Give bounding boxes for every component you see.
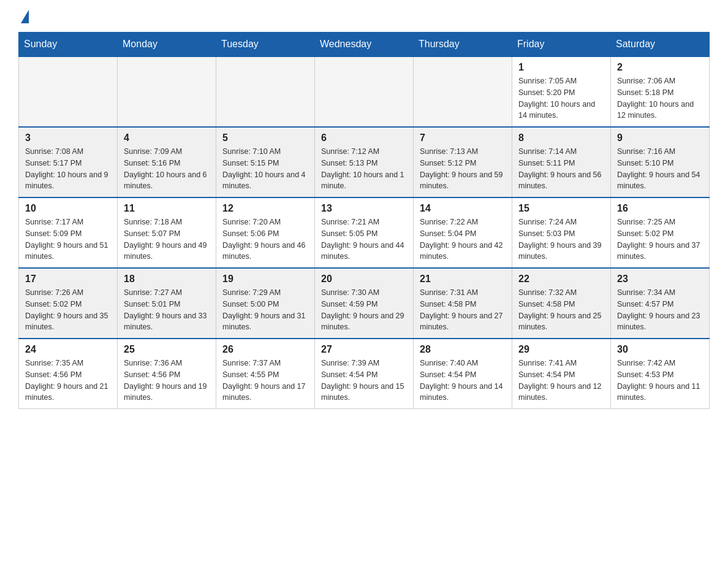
day-info: Sunrise: 7:37 AMSunset: 4:55 PMDaylight:… [222, 358, 308, 404]
day-cell: 16Sunrise: 7:25 AMSunset: 5:02 PMDayligh… [611, 197, 710, 268]
page-header [18, 12, 710, 26]
day-info: Sunrise: 7:16 AMSunset: 5:10 PMDaylight:… [617, 146, 703, 192]
day-info: Sunrise: 7:35 AMSunset: 4:56 PMDaylight:… [25, 358, 111, 404]
day-number: 4 [124, 132, 210, 144]
day-info: Sunrise: 7:12 AMSunset: 5:13 PMDaylight:… [321, 146, 407, 192]
day-number: 8 [518, 132, 604, 144]
day-info: Sunrise: 7:24 AMSunset: 5:03 PMDaylight:… [518, 216, 604, 262]
week-row-1: 1Sunrise: 7:05 AMSunset: 5:20 PMDaylight… [19, 56, 710, 127]
column-header-sunday: Sunday [19, 33, 118, 57]
day-number: 25 [124, 344, 210, 355]
day-info: Sunrise: 7:05 AMSunset: 5:20 PMDaylight:… [518, 75, 604, 121]
day-info: Sunrise: 7:18 AMSunset: 5:07 PMDaylight:… [124, 216, 210, 262]
day-number: 18 [124, 274, 210, 285]
day-number: 15 [518, 203, 604, 214]
day-info: Sunrise: 7:40 AMSunset: 4:54 PMDaylight:… [420, 358, 506, 404]
day-number: 28 [420, 344, 506, 355]
day-number: 30 [617, 344, 703, 355]
week-row-3: 10Sunrise: 7:17 AMSunset: 5:09 PMDayligh… [19, 197, 710, 268]
day-cell: 15Sunrise: 7:24 AMSunset: 5:03 PMDayligh… [512, 197, 611, 268]
day-cell: 13Sunrise: 7:21 AMSunset: 5:05 PMDayligh… [315, 197, 414, 268]
day-number: 11 [124, 203, 210, 214]
day-info: Sunrise: 7:09 AMSunset: 5:16 PMDaylight:… [124, 146, 210, 192]
day-number: 6 [321, 132, 407, 144]
day-cell [315, 56, 414, 127]
day-number: 16 [617, 203, 703, 214]
column-header-friday: Friday [512, 33, 611, 57]
day-number: 3 [25, 132, 111, 144]
day-cell: 25Sunrise: 7:36 AMSunset: 4:56 PMDayligh… [118, 339, 216, 409]
day-cell: 24Sunrise: 7:35 AMSunset: 4:56 PMDayligh… [19, 339, 118, 409]
day-cell: 4Sunrise: 7:09 AMSunset: 5:16 PMDaylight… [118, 127, 216, 197]
day-info: Sunrise: 7:42 AMSunset: 4:53 PMDaylight:… [617, 358, 703, 404]
day-info: Sunrise: 7:32 AMSunset: 4:58 PMDaylight:… [518, 287, 604, 333]
day-cell: 20Sunrise: 7:30 AMSunset: 4:59 PMDayligh… [315, 268, 414, 339]
day-info: Sunrise: 7:39 AMSunset: 4:54 PMDaylight:… [321, 358, 407, 404]
day-cell: 3Sunrise: 7:08 AMSunset: 5:17 PMDaylight… [19, 127, 118, 197]
day-info: Sunrise: 7:25 AMSunset: 5:02 PMDaylight:… [617, 216, 703, 262]
day-info: Sunrise: 7:30 AMSunset: 4:59 PMDaylight:… [321, 287, 407, 333]
calendar-table: SundayMondayTuesdayWednesdayThursdayFrid… [18, 32, 710, 409]
day-info: Sunrise: 7:13 AMSunset: 5:12 PMDaylight:… [420, 146, 506, 192]
day-info: Sunrise: 7:17 AMSunset: 5:09 PMDaylight:… [25, 216, 111, 262]
day-cell: 5Sunrise: 7:10 AMSunset: 5:15 PMDaylight… [216, 127, 315, 197]
day-cell: 1Sunrise: 7:05 AMSunset: 5:20 PMDaylight… [512, 56, 611, 127]
column-header-wednesday: Wednesday [315, 33, 414, 57]
day-number: 1 [518, 62, 604, 73]
week-row-5: 24Sunrise: 7:35 AMSunset: 4:56 PMDayligh… [19, 339, 710, 409]
day-cell: 11Sunrise: 7:18 AMSunset: 5:07 PMDayligh… [118, 197, 216, 268]
week-row-4: 17Sunrise: 7:26 AMSunset: 5:02 PMDayligh… [19, 268, 710, 339]
day-cell [216, 56, 315, 127]
day-number: 29 [518, 344, 604, 355]
day-number: 27 [321, 344, 407, 355]
day-info: Sunrise: 7:20 AMSunset: 5:06 PMDaylight:… [222, 216, 308, 262]
day-cell: 26Sunrise: 7:37 AMSunset: 4:55 PMDayligh… [216, 339, 315, 409]
day-info: Sunrise: 7:27 AMSunset: 5:01 PMDaylight:… [124, 287, 210, 333]
day-cell: 14Sunrise: 7:22 AMSunset: 5:04 PMDayligh… [414, 197, 512, 268]
day-cell: 30Sunrise: 7:42 AMSunset: 4:53 PMDayligh… [611, 339, 710, 409]
column-header-monday: Monday [118, 33, 216, 57]
day-cell: 19Sunrise: 7:29 AMSunset: 5:00 PMDayligh… [216, 268, 315, 339]
day-cell: 8Sunrise: 7:14 AMSunset: 5:11 PMDaylight… [512, 127, 611, 197]
column-header-tuesday: Tuesday [216, 33, 315, 57]
day-cell: 28Sunrise: 7:40 AMSunset: 4:54 PMDayligh… [414, 339, 512, 409]
day-number: 24 [25, 344, 111, 355]
day-number: 14 [420, 203, 506, 214]
day-cell: 29Sunrise: 7:41 AMSunset: 4:54 PMDayligh… [512, 339, 611, 409]
day-number: 2 [617, 62, 703, 73]
day-number: 10 [25, 203, 111, 214]
day-number: 13 [321, 203, 407, 214]
day-cell: 18Sunrise: 7:27 AMSunset: 5:01 PMDayligh… [118, 268, 216, 339]
week-row-2: 3Sunrise: 7:08 AMSunset: 5:17 PMDaylight… [19, 127, 710, 197]
day-number: 7 [420, 132, 506, 144]
day-number: 21 [420, 274, 506, 285]
day-number: 12 [222, 203, 308, 214]
day-info: Sunrise: 7:21 AMSunset: 5:05 PMDaylight:… [321, 216, 407, 262]
day-cell: 17Sunrise: 7:26 AMSunset: 5:02 PMDayligh… [19, 268, 118, 339]
day-number: 26 [222, 344, 308, 355]
day-info: Sunrise: 7:41 AMSunset: 4:54 PMDaylight:… [518, 358, 604, 404]
day-number: 5 [222, 132, 308, 144]
day-cell: 22Sunrise: 7:32 AMSunset: 4:58 PMDayligh… [512, 268, 611, 339]
logo [18, 12, 29, 26]
day-number: 17 [25, 274, 111, 285]
logo-triangle-icon [21, 10, 29, 23]
day-cell: 10Sunrise: 7:17 AMSunset: 5:09 PMDayligh… [19, 197, 118, 268]
day-info: Sunrise: 7:29 AMSunset: 5:00 PMDaylight:… [222, 287, 308, 333]
day-cell: 6Sunrise: 7:12 AMSunset: 5:13 PMDaylight… [315, 127, 414, 197]
day-cell: 27Sunrise: 7:39 AMSunset: 4:54 PMDayligh… [315, 339, 414, 409]
day-info: Sunrise: 7:36 AMSunset: 4:56 PMDaylight:… [124, 358, 210, 404]
column-header-thursday: Thursday [414, 33, 512, 57]
calendar-header-row: SundayMondayTuesdayWednesdayThursdayFrid… [19, 33, 710, 57]
day-info: Sunrise: 7:34 AMSunset: 4:57 PMDaylight:… [617, 287, 703, 333]
day-cell [118, 56, 216, 127]
day-number: 23 [617, 274, 703, 285]
day-info: Sunrise: 7:10 AMSunset: 5:15 PMDaylight:… [222, 146, 308, 192]
day-cell: 2Sunrise: 7:06 AMSunset: 5:18 PMDaylight… [611, 56, 710, 127]
day-number: 20 [321, 274, 407, 285]
day-cell: 23Sunrise: 7:34 AMSunset: 4:57 PMDayligh… [611, 268, 710, 339]
day-cell: 12Sunrise: 7:20 AMSunset: 5:06 PMDayligh… [216, 197, 315, 268]
day-cell: 21Sunrise: 7:31 AMSunset: 4:58 PMDayligh… [414, 268, 512, 339]
day-cell [19, 56, 118, 127]
day-info: Sunrise: 7:06 AMSunset: 5:18 PMDaylight:… [617, 75, 703, 121]
